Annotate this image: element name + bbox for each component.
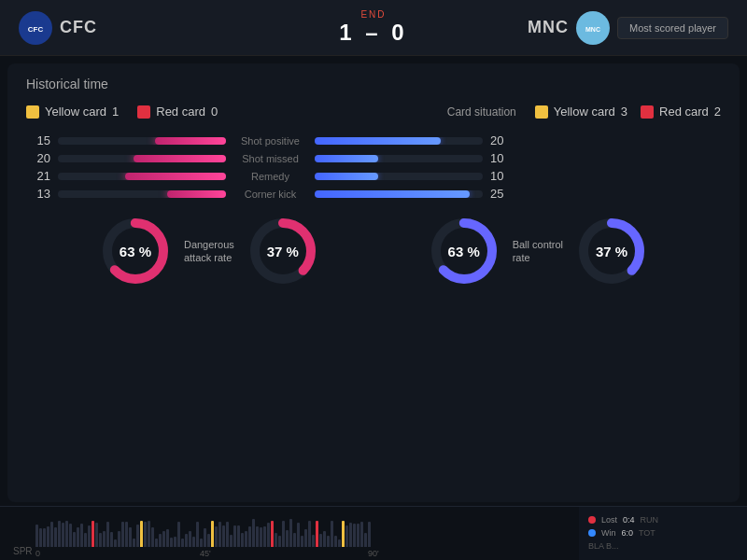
stat-num-right-0: 20 xyxy=(490,133,514,147)
card-situation-label: Card situation xyxy=(447,105,516,119)
extra-label: BLA B... xyxy=(588,541,619,551)
timeline-bar-segment xyxy=(125,522,128,547)
stat-fill-left-2 xyxy=(125,173,226,180)
donut-right-37-attack-value: 37 % xyxy=(267,244,299,259)
right-donut-37-attack: 37 % xyxy=(246,214,320,288)
timeline-bar-segment xyxy=(275,533,277,547)
stat-fill-right-0 xyxy=(315,137,441,145)
left-donut-63-control: 63 % xyxy=(427,214,501,288)
donut-right-37-control-value: 37 % xyxy=(596,244,627,259)
lost-label: Lost xyxy=(601,515,617,525)
timeline-label: 45' xyxy=(200,549,211,558)
timeline-bar-segment xyxy=(121,522,124,547)
donut-left-63-value: 63 % xyxy=(120,244,151,259)
right-red-label: Red card xyxy=(659,105,709,119)
timeline-bar-segment xyxy=(129,527,132,547)
win-dot xyxy=(588,529,596,537)
timeline-bar-segment xyxy=(342,521,345,547)
timeline-bar-segment xyxy=(185,534,188,547)
timeline-label: 90' xyxy=(368,549,379,558)
timeline-bar-segment xyxy=(316,521,318,547)
timeline-bar-segment xyxy=(80,524,83,547)
right-yellow-count: 3 xyxy=(621,105,627,119)
stat-track-left-0 xyxy=(58,137,226,145)
timeline-bar-segment xyxy=(166,529,169,547)
stat-num-right-1: 10 xyxy=(490,151,514,165)
timeline-bar-segment xyxy=(136,525,139,547)
right-donut-37-control: 37 % xyxy=(574,214,649,288)
header: CFC CFC End 1 – 0 MNC MNC Most scored pl… xyxy=(0,0,747,56)
timeline-bar-segment xyxy=(278,536,281,547)
score-block: End 1 – 0 xyxy=(339,9,407,46)
timeline-bar-segment xyxy=(301,536,303,547)
stat-fill-left-0 xyxy=(155,137,226,145)
stat-track-right-1 xyxy=(315,155,483,162)
timeline-bar-segment xyxy=(170,538,173,547)
timeline-bar-segment xyxy=(271,521,274,547)
left-red-card: Red card 0 xyxy=(137,105,218,119)
timeline-bar-segment xyxy=(360,522,363,547)
ball-control-label: Ball controlrate xyxy=(513,238,563,265)
left-yellow-count: 1 xyxy=(112,105,119,119)
timeline-bar-segment xyxy=(349,523,352,547)
timeline-bar-segment xyxy=(331,521,333,547)
timeline-bar-segment xyxy=(73,532,76,547)
timeline-bar-segment xyxy=(237,525,240,547)
timeline-bar-segment xyxy=(357,524,359,547)
timeline-bar-segment xyxy=(226,522,229,547)
stat-track-right-3 xyxy=(315,190,483,198)
timeline-bar-segment xyxy=(233,525,236,547)
stat-row-2: 21Remedy10 xyxy=(26,169,721,183)
team-logo-chelsea: CFC xyxy=(19,11,52,45)
right-red-icon xyxy=(641,105,654,119)
timeline-bar-segment xyxy=(88,525,91,547)
stat-label-2: Remedy xyxy=(226,171,315,182)
stat-num-left-1: 20 xyxy=(26,151,50,165)
stat-row-3: 13Corner kick25 xyxy=(26,187,721,201)
timeline-bar-segment xyxy=(286,530,289,547)
stat-label-1: Shot missed xyxy=(226,153,315,164)
timeline-bar-segment xyxy=(114,539,117,547)
timeline-bar-segment xyxy=(159,534,162,547)
stat-row-1: 20Shot missed10 xyxy=(26,151,721,165)
timeline-bar-segment xyxy=(103,531,106,547)
tot-label: TOT xyxy=(639,528,655,538)
timeline-bar-segment xyxy=(177,522,180,547)
timeline-bar-segment xyxy=(50,522,53,547)
timeline-bar-segment xyxy=(308,521,311,547)
yellow-card-icon xyxy=(26,105,39,119)
header-right: MNC MNC Most scored player xyxy=(528,11,728,45)
left-red-count: 0 xyxy=(211,105,218,119)
stat-label-3: Corner kick xyxy=(226,189,315,200)
timeline-bar-segment xyxy=(155,539,158,547)
timeline-bar-segment xyxy=(144,522,147,547)
timeline-bar-segment xyxy=(47,526,49,547)
most-scored-button[interactable]: Most scored player xyxy=(617,17,728,39)
stat-fill-right-2 xyxy=(315,173,378,180)
timeline-bar-segment xyxy=(263,526,266,547)
red-card-icon xyxy=(137,105,150,119)
timeline-bar-segment xyxy=(260,527,262,547)
cards-header: Yellow card 1 Red card 0 Card situation … xyxy=(26,105,721,119)
timeline-bar-segment xyxy=(99,533,102,547)
match-status: End xyxy=(360,9,386,20)
timeline-bar-segment xyxy=(106,522,109,547)
timeline-bar-segment xyxy=(200,539,203,547)
right-yellow-icon xyxy=(535,105,548,119)
lost-val: 0:4 xyxy=(623,515,635,525)
timeline-bar: SPR 045'90' Lost 0:4 RUN Win 6:0 TOT BLA… xyxy=(0,506,747,560)
stat-track-right-0 xyxy=(315,137,483,145)
timeline-bar-segment xyxy=(353,524,356,547)
right-red-card: Red card 2 xyxy=(641,105,721,119)
timeline-legend-win: Win 6:0 TOT xyxy=(588,528,738,538)
timeline-bar-segment xyxy=(151,527,154,547)
timeline-legend-lost: Lost 0:4 RUN xyxy=(588,515,738,525)
right-red-count: 2 xyxy=(714,105,721,119)
ball-control-group: 63 % Ball controlrate 37 % xyxy=(427,214,649,288)
stat-fill-right-3 xyxy=(315,190,470,198)
run-label: RUN xyxy=(641,515,659,525)
timeline-bar-segment xyxy=(95,523,98,547)
donut-left-63-control-value: 63 % xyxy=(448,244,480,259)
timeline-bar-segment xyxy=(319,534,322,547)
timeline-bar-segment xyxy=(43,528,46,547)
